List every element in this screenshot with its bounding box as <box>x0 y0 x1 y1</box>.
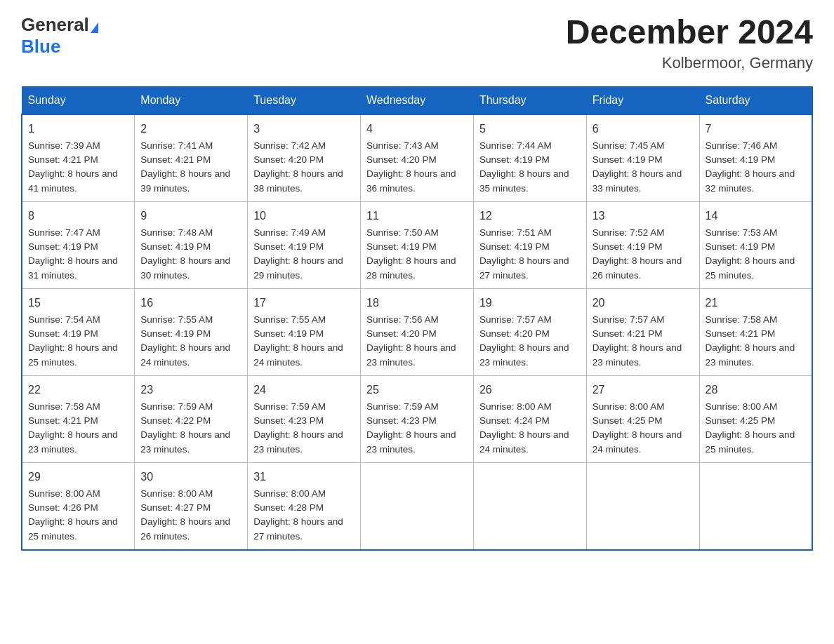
sunset-text: Sunset: 4:21 PM <box>28 154 98 165</box>
logo-blue-text: Blue <box>21 36 60 57</box>
day-number: 24 <box>253 382 355 398</box>
sunrise-text: Sunrise: 7:59 AM <box>253 401 326 412</box>
calendar-cell: 9Sunrise: 7:48 AMSunset: 4:19 PMDaylight… <box>135 201 248 288</box>
sunrise-text: Sunrise: 7:57 AM <box>479 314 552 325</box>
sunset-text: Sunset: 4:19 PM <box>479 154 550 165</box>
sunrise-text: Sunrise: 7:44 AM <box>479 140 552 151</box>
daylight-text: Daylight: 8 hours and 23 minutes. <box>28 429 118 454</box>
daylight-text: Daylight: 8 hours and 23 minutes. <box>140 429 230 454</box>
daylight-text: Daylight: 8 hours and 36 minutes. <box>366 168 456 193</box>
sunset-text: Sunset: 4:25 PM <box>706 415 776 426</box>
sunset-text: Sunset: 4:23 PM <box>253 415 324 426</box>
calendar-cell: 18Sunrise: 7:56 AMSunset: 4:20 PMDayligh… <box>361 288 474 375</box>
calendar-week-2: 8Sunrise: 7:47 AMSunset: 4:19 PMDaylight… <box>22 201 812 288</box>
daylight-text: Daylight: 8 hours and 24 minutes. <box>253 342 343 367</box>
daylight-text: Daylight: 8 hours and 30 minutes. <box>140 255 230 280</box>
header-cell-thursday: Thursday <box>473 86 586 114</box>
calendar-cell: 12Sunrise: 7:51 AMSunset: 4:19 PMDayligh… <box>473 201 586 288</box>
day-number: 23 <box>140 382 241 398</box>
sunrise-text: Sunrise: 8:00 AM <box>479 401 552 412</box>
calendar-cell: 28Sunrise: 8:00 AMSunset: 4:25 PMDayligh… <box>699 375 812 462</box>
calendar-cell: 2Sunrise: 7:41 AMSunset: 4:21 PMDaylight… <box>135 114 248 202</box>
daylight-text: Daylight: 8 hours and 31 minutes. <box>28 255 118 280</box>
day-number: 7 <box>706 121 806 137</box>
daylight-text: Daylight: 8 hours and 26 minutes. <box>140 516 230 541</box>
day-number: 16 <box>140 295 241 311</box>
day-number: 4 <box>366 121 468 137</box>
calendar-cell: 8Sunrise: 7:47 AMSunset: 4:19 PMDaylight… <box>22 201 135 288</box>
sunset-text: Sunset: 4:19 PM <box>140 241 211 252</box>
calendar-cell <box>699 462 812 550</box>
logo-line1: General <box>21 14 98 36</box>
sunrise-text: Sunrise: 7:55 AM <box>253 314 326 325</box>
header-cell-friday: Friday <box>586 86 699 114</box>
sunset-text: Sunset: 4:28 PM <box>253 502 324 513</box>
daylight-text: Daylight: 8 hours and 25 minutes. <box>706 429 795 454</box>
daylight-text: Daylight: 8 hours and 24 minutes. <box>479 429 569 454</box>
title-block: December 2024 Kolbermoor, Germany <box>566 14 813 72</box>
calendar-cell: 29Sunrise: 8:00 AMSunset: 4:26 PMDayligh… <box>22 462 135 550</box>
daylight-text: Daylight: 8 hours and 33 minutes. <box>593 168 682 193</box>
daylight-text: Daylight: 8 hours and 28 minutes. <box>366 255 456 280</box>
sunrise-text: Sunrise: 8:00 AM <box>253 488 326 499</box>
calendar-cell: 13Sunrise: 7:52 AMSunset: 4:19 PMDayligh… <box>586 201 699 288</box>
day-number: 31 <box>253 469 355 485</box>
sunset-text: Sunset: 4:20 PM <box>366 328 437 339</box>
day-number: 30 <box>140 469 241 485</box>
logo-line2: Blue <box>21 36 98 58</box>
daylight-text: Daylight: 8 hours and 23 minutes. <box>706 342 795 367</box>
calendar-cell: 31Sunrise: 8:00 AMSunset: 4:28 PMDayligh… <box>248 462 361 550</box>
day-number: 15 <box>28 295 128 311</box>
sunset-text: Sunset: 4:23 PM <box>366 415 437 426</box>
sunrise-text: Sunrise: 7:48 AM <box>140 227 213 238</box>
day-number: 26 <box>479 382 581 398</box>
sunset-text: Sunset: 4:20 PM <box>253 154 324 165</box>
calendar-cell: 24Sunrise: 7:59 AMSunset: 4:23 PMDayligh… <box>248 375 361 462</box>
calendar-cell: 20Sunrise: 7:57 AMSunset: 4:21 PMDayligh… <box>586 288 699 375</box>
sunrise-text: Sunrise: 7:42 AM <box>253 140 326 151</box>
header-cell-wednesday: Wednesday <box>361 86 474 114</box>
sunset-text: Sunset: 4:21 PM <box>140 154 211 165</box>
calendar-cell: 23Sunrise: 7:59 AMSunset: 4:22 PMDayligh… <box>135 375 248 462</box>
calendar-header: SundayMondayTuesdayWednesdayThursdayFrid… <box>22 86 812 114</box>
day-number: 5 <box>479 121 581 137</box>
calendar-cell: 26Sunrise: 8:00 AMSunset: 4:24 PMDayligh… <box>473 375 586 462</box>
calendar-cell: 17Sunrise: 7:55 AMSunset: 4:19 PMDayligh… <box>248 288 361 375</box>
sunset-text: Sunset: 4:24 PM <box>479 415 550 426</box>
day-number: 25 <box>366 382 468 398</box>
sunset-text: Sunset: 4:20 PM <box>366 154 437 165</box>
sunset-text: Sunset: 4:19 PM <box>28 328 98 339</box>
sunrise-text: Sunrise: 7:54 AM <box>28 314 100 325</box>
day-number: 14 <box>706 208 806 224</box>
daylight-text: Daylight: 8 hours and 24 minutes. <box>140 342 230 367</box>
sunset-text: Sunset: 4:19 PM <box>28 241 98 252</box>
day-number: 20 <box>593 295 694 311</box>
sunset-text: Sunset: 4:19 PM <box>593 241 663 252</box>
sunrise-text: Sunrise: 8:00 AM <box>140 488 213 499</box>
sunrise-text: Sunrise: 7:56 AM <box>366 314 439 325</box>
calendar-table: SundayMondayTuesdayWednesdayThursdayFrid… <box>21 86 813 551</box>
sunset-text: Sunset: 4:19 PM <box>706 154 776 165</box>
page-title: December 2024 <box>566 14 813 51</box>
calendar-cell: 16Sunrise: 7:55 AMSunset: 4:19 PMDayligh… <box>135 288 248 375</box>
day-number: 17 <box>253 295 355 311</box>
daylight-text: Daylight: 8 hours and 35 minutes. <box>479 168 569 193</box>
sunrise-text: Sunrise: 7:46 AM <box>706 140 778 151</box>
sunrise-text: Sunrise: 7:55 AM <box>140 314 213 325</box>
sunset-text: Sunset: 4:19 PM <box>593 154 663 165</box>
sunrise-text: Sunrise: 8:00 AM <box>706 401 778 412</box>
sunset-text: Sunset: 4:21 PM <box>706 328 776 339</box>
sunset-text: Sunset: 4:19 PM <box>366 241 437 252</box>
calendar-cell: 6Sunrise: 7:45 AMSunset: 4:19 PMDaylight… <box>586 114 699 202</box>
calendar-cell: 21Sunrise: 7:58 AMSunset: 4:21 PMDayligh… <box>699 288 812 375</box>
calendar-cell: 3Sunrise: 7:42 AMSunset: 4:20 PMDaylight… <box>248 114 361 202</box>
page-subtitle: Kolbermoor, Germany <box>566 54 813 72</box>
logo-triangle-icon <box>91 22 98 33</box>
calendar-cell <box>473 462 586 550</box>
calendar-cell: 15Sunrise: 7:54 AMSunset: 4:19 PMDayligh… <box>22 288 135 375</box>
header-cell-tuesday: Tuesday <box>248 86 361 114</box>
sunset-text: Sunset: 4:19 PM <box>479 241 550 252</box>
day-number: 27 <box>593 382 694 398</box>
calendar-week-3: 15Sunrise: 7:54 AMSunset: 4:19 PMDayligh… <box>22 288 812 375</box>
day-number: 11 <box>366 208 468 224</box>
